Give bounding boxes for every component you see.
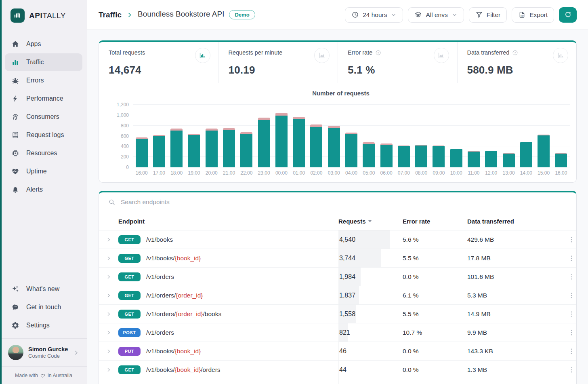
sidebar-item-traffic[interactable]: Traffic — [5, 53, 82, 71]
bar-chart-icon-button[interactable] — [553, 48, 568, 63]
expand-chevron-icon[interactable] — [99, 274, 118, 280]
sidebar-item-what-s-new[interactable]: What's new — [5, 280, 82, 298]
bar-06:00[interactable] — [380, 143, 393, 167]
sidebar-item-alerts[interactable]: Alerts — [5, 181, 82, 198]
bar-14:00[interactable] — [520, 142, 532, 167]
y-axis-tick: 400 — [110, 143, 129, 149]
refresh-button[interactable] — [559, 7, 577, 23]
sidebar-item-resources[interactable]: Resources — [5, 144, 82, 162]
y-axis-tick: 1,000 — [110, 112, 129, 118]
endpoint-row-get-v1-orders[interactable]: GET /v1/orders 1,984 0.0 % 101.6 MB — [99, 268, 576, 286]
search-input[interactable] — [121, 198, 567, 206]
bar-01:00[interactable] — [293, 117, 305, 167]
area-chart-icon-button[interactable] — [314, 48, 330, 63]
method-badge: GET — [118, 291, 141, 300]
expand-chevron-icon[interactable] — [99, 348, 118, 354]
bar-00:00[interactable] — [275, 113, 288, 167]
row-menu-kebab-icon[interactable] — [567, 329, 575, 337]
bell-icon — [11, 186, 19, 194]
expand-chevron-icon[interactable] — [99, 311, 118, 317]
bar-23:00[interactable] — [258, 118, 270, 167]
sidebar-item-consumers[interactable]: Consumers — [5, 108, 82, 126]
bar-08:00[interactable] — [415, 145, 427, 167]
fingerprint-icon — [11, 113, 19, 121]
sidebar-item-label: Consumers — [26, 113, 59, 120]
bar-18:00[interactable] — [170, 129, 183, 167]
bar-19:00[interactable] — [188, 134, 200, 167]
endpoint-row-get-v1-books[interactable]: GET /v1/books 4,540 5.6 % 429.6 MB — [99, 230, 576, 249]
expand-chevron-icon[interactable] — [99, 367, 118, 373]
bar-05:00[interactable] — [363, 142, 375, 167]
expand-chevron-icon[interactable] — [99, 330, 118, 335]
sidebar-item-get-in-touch[interactable]: Get in touch — [5, 298, 82, 316]
x-axis-tick: 22:00 — [238, 170, 255, 176]
bar-17:00[interactable] — [153, 135, 165, 167]
row-menu-kebab-icon[interactable] — [567, 310, 575, 318]
sparkles-icon — [11, 285, 19, 293]
bar-04:00[interactable] — [345, 133, 357, 167]
sidebar-item-request-logs[interactable]: Request logs — [5, 126, 82, 144]
sidebar-item-settings[interactable]: Settings — [5, 316, 82, 334]
bar-10:00[interactable] — [450, 149, 462, 167]
sidebar-item-errors[interactable]: Errors — [5, 72, 82, 89]
endpoint-row-get-v1-orders-order-id-books[interactable]: GET /v1/orders/{order_id}/books 1,558 5.… — [99, 305, 576, 323]
bug-icon — [11, 76, 19, 84]
data-transferred-cell: 429.6 MB — [467, 236, 566, 243]
app-logo[interactable]: APITALLY — [0, 0, 87, 31]
user-menu[interactable]: Simon Gurcke Cosmic Code — [5, 342, 82, 363]
endpoint-row-put-v1-orders-order-id[interactable]: PUT /v1/orders/{order_id} 35 0.0 % 266.6… — [99, 379, 576, 384]
bar-09:00[interactable] — [433, 146, 445, 167]
col-requests-sort[interactable]: Requests — [338, 218, 403, 225]
bar-16:00[interactable] — [136, 137, 148, 167]
endpoint-row-put-v1-books-book-id[interactable]: PUT /v1/books/{book_id} 46 0.0 % 143.3 K… — [99, 342, 576, 361]
bar-13:00[interactable] — [503, 153, 515, 167]
export-button[interactable]: CSV Export — [512, 7, 554, 23]
sidebar-item-performance[interactable]: Performance — [5, 90, 82, 108]
row-menu-kebab-icon[interactable] — [567, 366, 575, 374]
bar-16:00[interactable] — [555, 153, 567, 167]
endpoint-path: /v1/orders/{order_id} — [146, 292, 203, 299]
sidebar-item-label: Uptime — [26, 168, 47, 175]
env-dropdown[interactable]: All envs — [408, 7, 464, 23]
bar-07:00[interactable] — [398, 146, 410, 167]
filter-button[interactable]: Filter — [469, 7, 507, 23]
bar-21:00[interactable] — [223, 128, 235, 167]
bar-12:00[interactable] — [485, 151, 497, 167]
method-badge: GET — [118, 310, 141, 319]
sidebar-item-apps[interactable]: Apps — [5, 35, 82, 53]
sidebar-item-label: Request logs — [26, 131, 64, 139]
y-axis-tick: 1,200 — [110, 102, 129, 108]
endpoint-row-get-v1-books-book-id[interactable]: GET /v1/books/{book_id} 3,744 5.5 % 17.8… — [99, 249, 576, 268]
bar-15:00[interactable] — [538, 135, 550, 167]
col-data-transferred: Data transferred — [467, 218, 566, 225]
help-icon[interactable]: ? — [375, 50, 381, 56]
chart-title: Number of requests — [110, 90, 571, 97]
breadcrumb-section[interactable]: Traffic — [99, 11, 122, 19]
row-menu-kebab-icon[interactable] — [567, 273, 575, 281]
endpoint-row-get-v1-orders-order-id[interactable]: GET /v1/orders/{order_id} 1,837 6.1 % 5.… — [99, 286, 576, 305]
bar-03:00[interactable] — [328, 126, 340, 167]
expand-chevron-icon[interactable] — [99, 237, 118, 243]
expand-chevron-icon[interactable] — [99, 293, 118, 298]
heart-pulse-icon — [11, 167, 19, 175]
stat-label: Requests per minute — [229, 48, 283, 56]
row-menu-kebab-icon[interactable] — [567, 254, 575, 262]
x-axis-tick: 14:00 — [517, 170, 535, 176]
area-chart-icon-button[interactable] — [434, 48, 449, 63]
bar-22:00[interactable] — [240, 132, 252, 167]
row-menu-kebab-icon[interactable] — [567, 236, 575, 244]
time-range-dropdown[interactable]: 24 hours — [345, 7, 403, 23]
row-menu-kebab-icon[interactable] — [567, 291, 575, 300]
help-icon[interactable]: ? — [512, 50, 518, 56]
bar-02:00[interactable] — [310, 124, 322, 167]
expand-chevron-icon[interactable] — [99, 255, 118, 261]
endpoint-row-get-v1-books-book-id-orders[interactable]: GET /v1/books/{book_id}/orders 44 0.0 % … — [99, 361, 576, 379]
row-menu-kebab-icon[interactable] — [567, 347, 575, 355]
bar-20:00[interactable] — [206, 129, 218, 167]
app-selector[interactable]: Boundless Bookstore API — [138, 10, 224, 20]
stat-value: 580.9 MB — [467, 64, 569, 76]
bar-11:00[interactable] — [468, 151, 480, 167]
endpoint-row-post-v1-orders[interactable]: POST /v1/orders 821 10.7 % 9.9 MB — [99, 323, 576, 342]
bar-chart-icon-button[interactable] — [195, 48, 210, 63]
sidebar-item-uptime[interactable]: Uptime — [5, 162, 82, 180]
